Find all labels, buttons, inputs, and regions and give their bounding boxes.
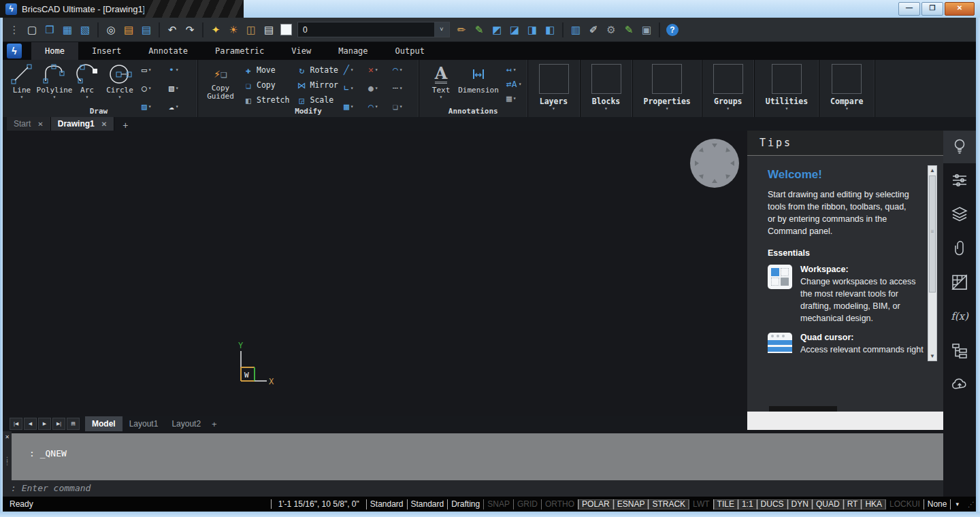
color-swatch[interactable] (280, 24, 292, 35)
rotate-button[interactable]: ↻ Rotate (296, 63, 338, 78)
layer-lock-icon[interactable]: ◫ (243, 22, 259, 38)
add-layout-button[interactable]: + (208, 419, 221, 429)
separator[interactable] (97, 22, 99, 37)
tips-scrollbar[interactable]: ▲ ≡ ▼ (928, 165, 937, 361)
dimension-style-icon[interactable]: ↤▾ (506, 64, 521, 76)
status-dropdown-icon[interactable]: ▾ (950, 499, 964, 510)
new-file-icon[interactable]: ▢ (24, 22, 40, 38)
ribbon-panel-collapsed[interactable]: Compare ▾ (819, 60, 875, 117)
ribbon-tab[interactable]: Parametric (201, 42, 278, 60)
ribbon-panel-collapsed[interactable]: Blocks ▾ (581, 60, 633, 117)
caret-down-icon[interactable]: ▾ (86, 95, 89, 100)
status-toggle[interactable]: LOCKUI (885, 499, 924, 510)
status-toggle[interactable]: Standard (407, 499, 448, 510)
close-tab-icon[interactable]: ✕ (101, 120, 107, 128)
separator[interactable] (659, 22, 660, 37)
layout-tab[interactable]: Layout2 (165, 416, 208, 431)
ribbon-tab[interactable]: Annotate (135, 42, 201, 60)
close-icon[interactable]: ✕ (3, 434, 12, 440)
ribbon-tab[interactable]: Home (31, 42, 78, 60)
layer-on-icon[interactable]: ✦ (208, 22, 224, 38)
separator[interactable] (159, 22, 160, 37)
attachments-paperclip-icon[interactable] (943, 231, 976, 265)
prev-tab-button[interactable]: ◀ (24, 418, 37, 430)
status-toggle[interactable]: LWT (689, 499, 713, 510)
application-button[interactable]: ϟ (7, 44, 22, 59)
print-preview-icon[interactable]: ◎ (103, 22, 119, 38)
save-as-icon[interactable]: ▧ (77, 22, 93, 38)
text-align-icon[interactable]: ⇄A▾ (506, 78, 521, 90)
hide-entities-icon[interactable]: ◨ (524, 22, 540, 38)
point-icon[interactable]: •▾ (169, 64, 192, 76)
separator[interactable] (202, 22, 203, 37)
status-toggle[interactable]: 1:1 (738, 499, 757, 510)
structure-tree-icon[interactable] (943, 333, 976, 367)
layout-tab[interactable]: Model (85, 416, 122, 431)
properties-sliders-icon[interactable] (943, 163, 976, 197)
delete-icon[interactable]: ✕▾ (368, 64, 389, 76)
layers-stack-icon[interactable] (943, 197, 976, 231)
status-toggle[interactable]: ESNAP (613, 499, 649, 510)
publish-icon[interactable]: ▤ (138, 22, 154, 38)
status-toggle[interactable]: RT (843, 499, 862, 510)
parameters-fx-icon[interactable]: f(x) (943, 299, 976, 333)
ribbon-panel-collapsed[interactable]: Groups ▾ (702, 60, 755, 117)
tab-list-button[interactable]: ▤ (67, 418, 80, 430)
match-properties-icon[interactable]: ✏ (453, 22, 470, 38)
polygon-icon[interactable]: ▧▾ (169, 82, 192, 94)
cloud-upload-icon[interactable] (943, 367, 976, 401)
status-toggle[interactable]: Drafting (447, 499, 483, 510)
caret-down-icon[interactable]: ▾ (118, 95, 122, 100)
caret-down-icon[interactable]: ▾ (440, 95, 443, 100)
ribbon-tab[interactable]: Insert (78, 42, 135, 60)
save-icon[interactable]: ▦ (59, 22, 76, 38)
render-icon[interactable]: ▣ (638, 22, 655, 38)
scrollbar-thumb[interactable]: ≡ (929, 176, 936, 293)
tips-close-button[interactable]: Close (769, 406, 837, 412)
separator[interactable] (562, 22, 564, 37)
caret-down-icon[interactable]: ▾ (20, 95, 24, 100)
ellipse-icon[interactable]: ○▾ (142, 82, 165, 94)
next-tab-button[interactable]: ▶ (38, 418, 51, 430)
ribbon-tab[interactable]: View (278, 42, 325, 60)
document-tab[interactable]: Drawing1 ✕ (51, 117, 114, 131)
status-toggle[interactable]: DUCS (757, 499, 787, 510)
layer-thaw-icon[interactable]: ☀ (225, 22, 242, 38)
ribbon-panel-collapsed[interactable]: Layers ▾ (528, 60, 581, 117)
isolate-entities-icon[interactable]: ◪ (506, 22, 523, 38)
view-compass[interactable] (689, 137, 740, 192)
close-button[interactable]: ✕ (945, 2, 975, 16)
minimize-button[interactable]: — (898, 2, 920, 16)
hatch-pattern-icon[interactable] (943, 265, 976, 299)
table-icon[interactable]: ▦▾ (506, 93, 521, 104)
resize-grip-icon[interactable]: ⋰ (964, 501, 975, 508)
status-toggle[interactable]: STRACK (648, 499, 689, 510)
mirror-button[interactable]: ⋈ Mirror (296, 78, 338, 93)
status-toggle[interactable]: ORTHO (541, 499, 578, 510)
last-tab-button[interactable]: ▶| (52, 418, 65, 430)
status-toggle[interactable]: POLAR (578, 499, 613, 510)
document-tab[interactable]: Start ✕ (7, 117, 51, 131)
pick-add-icon[interactable]: ✎ (471, 22, 487, 38)
status-toggle[interactable]: SNAP (483, 499, 513, 510)
close-tab-icon[interactable]: ✕ (37, 120, 43, 128)
settings-icon[interactable]: ⚙ (603, 22, 619, 38)
ribbon-tab[interactable]: Manage (325, 42, 381, 60)
toolbar-grip[interactable]: ⋮ (6, 22, 22, 38)
command-input[interactable]: : Enter command (3, 480, 943, 497)
copy-button[interactable]: ❏ Copy (243, 78, 289, 93)
edit-list-icon[interactable]: ✎ (621, 22, 637, 38)
help-icon[interactable]: ? (666, 24, 679, 36)
status-toggle[interactable]: DYN (787, 499, 812, 510)
move-button[interactable]: ✚ Move (243, 63, 289, 78)
layer-plot-icon[interactable]: ▤ (261, 22, 277, 38)
ribbon-tab[interactable]: Output (382, 42, 438, 60)
layout-tab[interactable]: Layout1 (122, 416, 165, 431)
unisolate-entities-icon[interactable]: ◧ (542, 22, 558, 38)
attachments-icon[interactable]: ✐ (585, 22, 602, 38)
status-toggle[interactable]: GRID (513, 499, 541, 510)
caret-down-icon[interactable]: ▾ (53, 95, 56, 100)
ribbon-panel-collapsed[interactable]: Properties ▾ (633, 60, 702, 117)
redo-icon[interactable]: ↷ (182, 22, 198, 38)
command-history[interactable]: : _QNEW (12, 433, 943, 480)
